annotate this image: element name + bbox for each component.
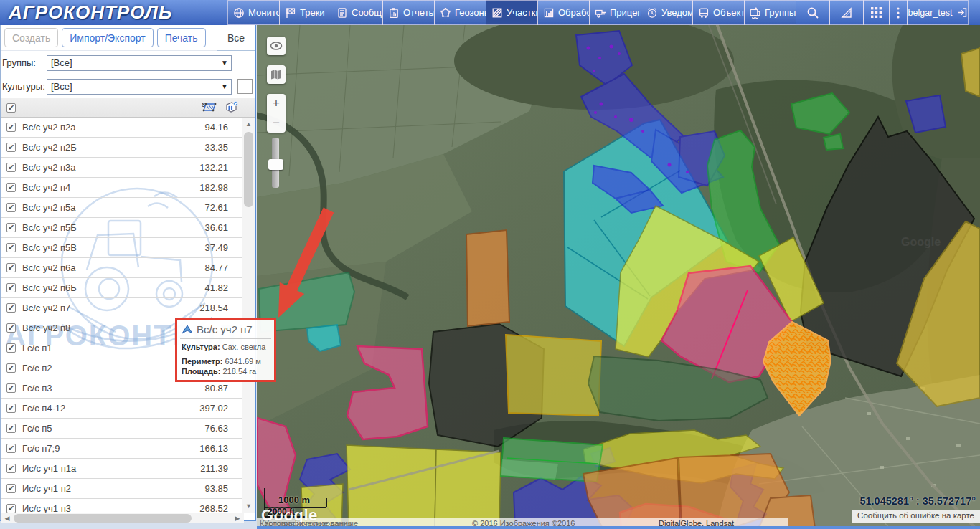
- search-icon: [806, 6, 819, 19]
- parcel-area: 211.39: [200, 463, 238, 474]
- scroll-up-icon[interactable]: ▲: [242, 118, 255, 130]
- parcel-area: 37.49: [204, 242, 238, 253]
- ruler-button[interactable]: [829, 0, 864, 25]
- layers-button[interactable]: [267, 65, 286, 84]
- nav-item-globe[interactable]: Мониторинг: [227, 0, 280, 25]
- more-dots-button[interactable]: [889, 0, 908, 25]
- parcel-name: Гс/с п7;9: [22, 443, 60, 454]
- parcel-row[interactable]: ✔Гс/с п576.63: [1, 419, 244, 439]
- map-canvas[interactable]: Google: [257, 25, 980, 529]
- top-navigation-bar: АГРОКОНТРОЛЬ МониторингТрекиСообщенияОтч…: [0, 0, 980, 25]
- user-menu[interactable]: belgar_test: [907, 0, 969, 25]
- nav-item-trailer[interactable]: Прицепы: [589, 0, 641, 25]
- parcel-name: Гс/с п4-12: [22, 403, 65, 414]
- zoom-in-button[interactable]: +: [267, 94, 286, 113]
- parcel-checkbox[interactable]: ✔: [6, 383, 16, 393]
- parcel-row[interactable]: ✔Вс/с уч2 п4182.98: [1, 178, 244, 198]
- nav-item-alarm[interactable]: Уведомления: [641, 0, 693, 25]
- cursor-coordinates: 51.045281° : 35.572717°: [859, 495, 976, 507]
- parcel-row[interactable]: ✔Ис/с уч1 п1а211.39: [1, 459, 244, 479]
- nav-item-groups[interactable]: Группы: [744, 0, 796, 25]
- parcel-row[interactable]: ✔Вс/с уч2 п6Б41.82: [1, 278, 244, 298]
- apps-grid-button[interactable]: [863, 0, 890, 25]
- parcel-checkbox[interactable]: ✔: [6, 504, 16, 513]
- visibility-button[interactable]: [267, 37, 286, 55]
- parcel-name: Гс/с п5: [22, 423, 52, 434]
- parcel-checkbox[interactable]: ✔: [6, 444, 16, 453]
- parcels-panel: Создать Импорт/Экспорт Печать Все Группы…: [0, 25, 256, 521]
- nav-item-processing[interactable]: Обработки: [537, 0, 590, 25]
- parcel-name: Вс/с уч2 п5Б: [22, 222, 77, 233]
- parcel-checkbox[interactable]: ✔: [6, 283, 16, 292]
- import-export-button[interactable]: Импорт/Экспорт: [62, 28, 153, 47]
- parcel-area: 397.02: [199, 403, 238, 414]
- parcel-checkbox[interactable]: ✔: [6, 303, 16, 313]
- nav-item-label: Отчеты: [403, 7, 435, 18]
- parcel-row[interactable]: ✔Ис/с уч1 п293.85: [1, 479, 244, 499]
- parcel-row[interactable]: ✔Вс/с уч2 п5а72.61: [1, 198, 244, 218]
- nav-item-flag[interactable]: Треки: [279, 0, 331, 25]
- map-view[interactable]: Google: [257, 25, 980, 529]
- nav-item-geozones[interactable]: Геозоны: [434, 0, 486, 25]
- parcel-checkbox[interactable]: ✔: [6, 404, 16, 413]
- groups-filter-select[interactable]: [Все] ▼: [47, 55, 232, 71]
- parcel-checkbox[interactable]: ✔: [6, 323, 16, 333]
- field-polygon: [506, 335, 601, 416]
- parcel-row[interactable]: ✔Вс/с уч2 п5В37.49: [1, 238, 244, 258]
- horizontal-scrollbar[interactable]: ◀ ▶: [1, 513, 244, 523]
- tab-all[interactable]: Все: [217, 25, 255, 51]
- parcel-area: 36.61: [204, 222, 238, 233]
- parcel-row[interactable]: ✔Вс/с уч2 п7218.54: [1, 298, 244, 318]
- vertical-scrollbar[interactable]: ▲ ▼: [242, 118, 255, 513]
- nav-item-bus[interactable]: Объекты: [692, 0, 745, 25]
- parcel-checkbox[interactable]: ✔: [6, 243, 16, 252]
- scroll-left-icon[interactable]: ◀: [1, 513, 13, 523]
- search-button[interactable]: [796, 0, 830, 25]
- parcel-checkbox[interactable]: ✔: [6, 484, 16, 493]
- select-all-checkbox[interactable]: ✔: [6, 103, 16, 113]
- parcel-name: Ис/с уч1 п1а: [22, 463, 76, 474]
- parcel-row[interactable]: ✔Вс/с уч2 п2Б33.35: [1, 138, 244, 158]
- parcel-checkbox[interactable]: ✔: [6, 424, 16, 433]
- parcel-checkbox[interactable]: ✔: [6, 123, 16, 132]
- horizontal-scroll-thumb[interactable]: [14, 514, 192, 523]
- parcel-row[interactable]: ✔Вс/с уч2 п3а132.21: [1, 158, 244, 178]
- parcel-checkbox[interactable]: ✔: [6, 163, 16, 172]
- field-polygon: [824, 134, 843, 150]
- create-button[interactable]: Создать: [4, 28, 58, 47]
- parcel-name: Гс/с п3: [22, 383, 52, 394]
- palette-cube-icon[interactable]: [225, 100, 239, 115]
- parcel-row[interactable]: ✔Вс/с уч2 п2а94.16: [1, 118, 244, 138]
- parcel-row[interactable]: ✔Гс/с п7;9166.13: [1, 439, 244, 459]
- report-map-error-link[interactable]: Сообщить об ошибке на карте: [852, 510, 980, 523]
- nav-item-parcels[interactable]: Участки: [486, 0, 538, 25]
- nav-item-messages[interactable]: Сообщения: [331, 0, 383, 25]
- scroll-down-icon[interactable]: ▼: [242, 500, 255, 512]
- parcel-checkbox[interactable]: ✔: [6, 343, 16, 353]
- crop-color-box[interactable]: [237, 79, 253, 94]
- zoom-out-button[interactable]: −: [267, 113, 286, 133]
- parcel-checkbox[interactable]: ✔: [6, 363, 16, 373]
- parcel-checkbox[interactable]: ✔: [6, 223, 16, 232]
- print-button[interactable]: Печать: [157, 28, 206, 47]
- agrocontrol-app: АГРОКОНТРОЛЬ МониторингТрекиСообщенияОтч…: [0, 0, 980, 529]
- scroll-right-icon[interactable]: ▶: [232, 513, 243, 523]
- parcel-checkbox[interactable]: ✔: [6, 263, 16, 272]
- groups-filter-row: Группы: [Все] ▼: [1, 51, 255, 75]
- parcel-checkbox[interactable]: ✔: [6, 464, 16, 473]
- parcel-name: Вс/с уч2 п3а: [22, 162, 76, 173]
- parcel-row[interactable]: ✔Гс/с п4-12397.02: [1, 399, 244, 419]
- parcel-row[interactable]: ✔Ис/с уч1 п3268.52: [1, 499, 244, 513]
- parcel-checkbox[interactable]: ✔: [6, 203, 16, 212]
- nav-item-reports[interactable]: Отчеты: [382, 0, 435, 25]
- crops-filter-select[interactable]: [Все] ▼: [47, 79, 232, 95]
- parcel-checkbox[interactable]: ✔: [6, 183, 16, 192]
- vertical-scroll-thumb[interactable]: [244, 132, 253, 207]
- parcel-checkbox[interactable]: ✔: [6, 143, 16, 152]
- parcels-toolbar: Создать Импорт/Экспорт Печать Все: [1, 25, 255, 51]
- zoom-slider-thumb[interactable]: [268, 159, 283, 170]
- area-measure-icon[interactable]: S: [202, 100, 217, 115]
- scale-label-imperial: 2000 ft: [268, 507, 295, 517]
- parcel-row[interactable]: ✔Вс/с уч2 п5Б36.61: [1, 218, 244, 238]
- parcel-row[interactable]: ✔Вс/с уч2 п6а84.77: [1, 258, 244, 278]
